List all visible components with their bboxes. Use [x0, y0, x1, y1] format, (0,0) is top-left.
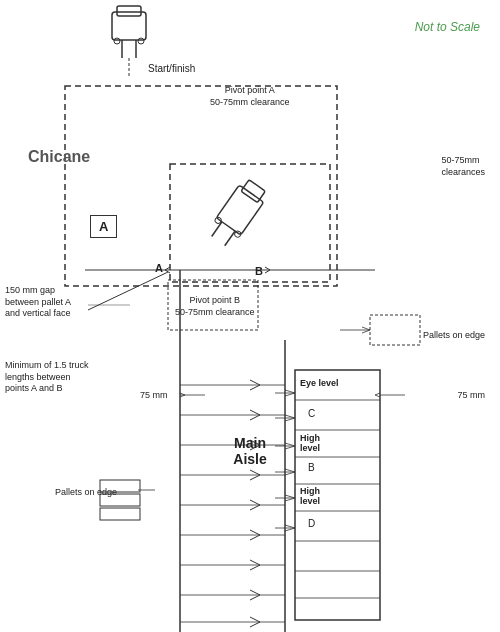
a-box-label: A: [90, 215, 117, 238]
svg-point-4: [114, 38, 120, 44]
svg-point-14: [234, 230, 242, 238]
svg-line-24: [250, 380, 260, 385]
main-aisle-label: MainAisle: [220, 435, 280, 467]
svg-point-13: [214, 216, 222, 224]
svg-line-63: [285, 390, 295, 393]
svg-rect-10: [241, 180, 265, 203]
svg-line-69: [285, 443, 295, 446]
chicane-label: Chicane: [28, 148, 90, 166]
svg-line-37: [250, 505, 260, 510]
svg-line-79: [285, 528, 295, 531]
min-lengths-label: Minimum of 1.5 truck lengths between poi…: [5, 360, 90, 395]
svg-line-72: [285, 469, 295, 472]
point-a-label: A: [155, 262, 163, 274]
svg-line-45: [250, 590, 260, 595]
svg-line-42: [250, 560, 260, 565]
svg-line-70: [285, 446, 295, 449]
svg-line-52: [180, 395, 185, 397]
svg-line-40: [250, 535, 260, 540]
svg-rect-91: [100, 508, 140, 520]
svg-line-78: [285, 525, 295, 528]
pivot-b-label: Pivot point B 50-75mm clearance: [175, 295, 255, 318]
mm75-right-label: 75 mm: [457, 390, 485, 400]
svg-line-51: [180, 393, 185, 395]
svg-line-49: [250, 622, 260, 627]
svg-line-48: [250, 617, 260, 622]
pallets-right-top-label: Pallets on edge: [423, 330, 485, 340]
svg-line-27: [250, 410, 260, 415]
d-label: D: [308, 518, 315, 529]
svg-rect-0: [112, 12, 146, 40]
pallets-left-bottom-label: Pallets on edge: [55, 487, 117, 497]
svg-line-66: [285, 415, 295, 418]
svg-rect-8: [170, 164, 330, 282]
svg-rect-85: [370, 315, 420, 345]
mm75-left-label: 75 mm: [140, 390, 168, 400]
c-label: C: [308, 408, 315, 419]
svg-line-75: [285, 495, 295, 498]
svg-point-5: [138, 38, 144, 44]
svg-rect-7: [65, 86, 337, 286]
svg-line-88: [362, 330, 370, 333]
svg-line-17: [165, 270, 170, 273]
point-b-label: B: [255, 265, 263, 277]
svg-line-46: [250, 595, 260, 600]
gap-150-label: 150 mm gap between pallet A and vertical…: [5, 285, 85, 320]
svg-line-16: [165, 267, 170, 270]
svg-line-43: [250, 565, 260, 570]
svg-line-12: [225, 231, 235, 246]
svg-line-19: [265, 270, 270, 273]
svg-line-33: [250, 470, 260, 475]
svg-line-73: [285, 472, 295, 475]
start-finish-label: Start/finish: [148, 63, 195, 74]
not-to-scale-label: Not to Scale: [415, 20, 480, 34]
svg-line-82: [375, 395, 380, 397]
eye-level-label: Eye level: [300, 378, 339, 388]
svg-line-64: [285, 393, 295, 396]
svg-line-20: [88, 272, 168, 310]
high-level-1-label: Highlevel: [300, 433, 320, 453]
diagram: Not to Scale Start/finish Chicane Pivot …: [0, 0, 500, 632]
svg-line-87: [362, 327, 370, 330]
svg-rect-1: [117, 6, 141, 16]
svg-line-67: [285, 418, 295, 421]
svg-line-81: [375, 393, 380, 395]
svg-line-18: [265, 267, 270, 270]
svg-line-28: [250, 415, 260, 420]
high-level-2-label: Highlevel: [300, 486, 320, 506]
b-label: B: [308, 462, 315, 473]
clearances-right-label: 50-75mmclearances: [441, 155, 485, 178]
svg-line-76: [285, 498, 295, 501]
pivot-a-label: Pivot point A 50-75mm clearance: [210, 85, 290, 108]
svg-line-25: [250, 385, 260, 390]
svg-line-11: [212, 222, 222, 237]
svg-rect-9: [216, 185, 264, 235]
svg-line-34: [250, 475, 260, 480]
svg-line-39: [250, 530, 260, 535]
svg-line-36: [250, 500, 260, 505]
